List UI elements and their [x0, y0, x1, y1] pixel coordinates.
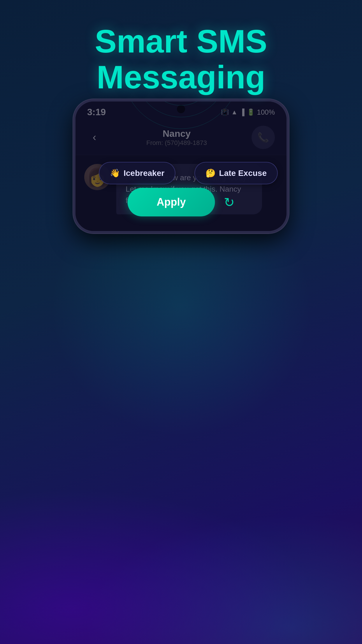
- icebreaker-icon: 👋: [110, 168, 120, 178]
- title-line2: Messaging: [97, 59, 266, 95]
- phone-frame: 3:19 📳 ▲ ▐ 🔋 100% ‹ Nancy From: (570)489…: [73, 99, 289, 233]
- phone-mockup: 3:19 📳 ▲ ▐ 🔋 100% ‹ Nancy From: (570)489…: [73, 99, 289, 233]
- apply-section: Apply ↻: [127, 188, 234, 216]
- robot-container: 🤖: [149, 99, 213, 103]
- refresh-icon[interactable]: ↻: [224, 195, 235, 210]
- icebreaker-pill[interactable]: 👋 Icebreaker: [99, 162, 175, 184]
- late-excuse-pill[interactable]: 🤔 Late Excuse: [194, 162, 278, 184]
- header-section: Smart SMS Messaging: [0, 0, 362, 95]
- late-excuse-icon: 🤔: [205, 168, 216, 178]
- bottom-section: 😊 Cheer Up a Friend 🎂 Birthday Wish 🤖: [75, 99, 287, 231]
- icebreaker-label: Icebreaker: [124, 169, 164, 178]
- apply-button[interactable]: Apply: [127, 188, 215, 216]
- late-excuse-label: Late Excuse: [219, 169, 267, 178]
- volume-up-button: [288, 160, 289, 177]
- title-line1: Smart SMS: [95, 23, 267, 60]
- page-title: Smart SMS Messaging: [0, 23, 362, 95]
- robot-glow: 🤖: [149, 99, 213, 103]
- volume-down-button: [288, 183, 289, 201]
